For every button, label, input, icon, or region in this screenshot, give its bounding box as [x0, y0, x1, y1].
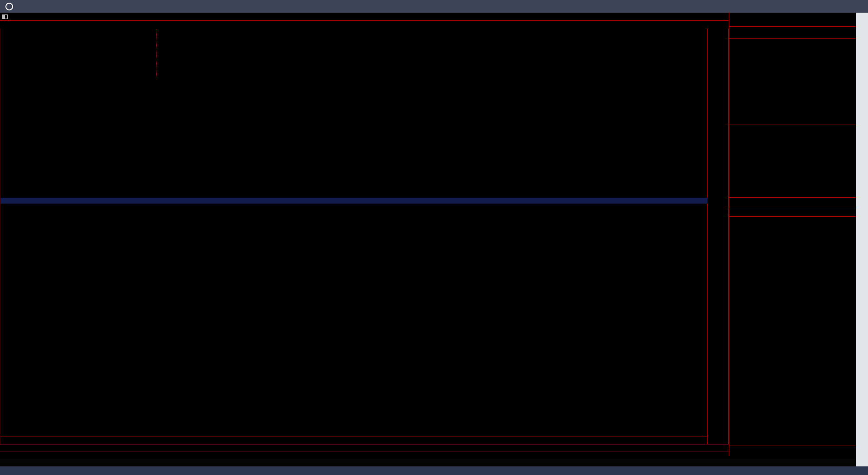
pane-divider-bar[interactable]	[0, 198, 708, 204]
news-ticker-bar	[0, 459, 856, 466]
layout-icon[interactable]	[2, 14, 8, 19]
quote-panel	[729, 13, 856, 446]
extension-tab-row	[0, 451, 729, 459]
period-toolbar	[0, 13, 729, 21]
right-tool-strip	[856, 13, 868, 466]
logo-icon	[5, 3, 13, 10]
price-summary-row	[729, 26, 856, 39]
title-bar	[0, 0, 868, 13]
meta-divider	[156, 29, 157, 79]
chart-region[interactable]	[0, 28, 708, 444]
indicator-info-line	[0, 21, 729, 28]
subchart-indicator-header	[0, 204, 708, 210]
main-kline-chart[interactable]	[0, 28, 708, 198]
indicator-tab-row	[0, 444, 729, 451]
stock-stats	[729, 124, 856, 125]
quote-header	[729, 13, 856, 26]
time-axis	[0, 437, 708, 444]
status-bar	[0, 466, 868, 475]
trade-status	[729, 197, 856, 207]
trading-app-window	[0, 0, 868, 475]
quote-tabs	[729, 446, 856, 456]
sub-indicator-chart[interactable]	[0, 210, 708, 437]
main-net-row	[729, 207, 856, 217]
price-axis-column	[708, 28, 729, 444]
app-logo	[5, 3, 16, 10]
